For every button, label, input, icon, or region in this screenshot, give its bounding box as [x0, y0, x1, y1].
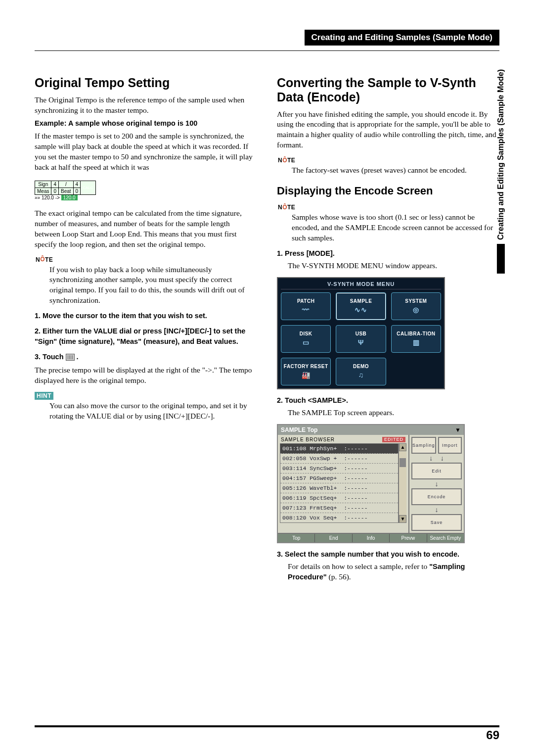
btn-search-empty[interactable]: Search Empty	[427, 534, 464, 542]
sample-top-title: SAMPLE Top	[281, 426, 317, 433]
para: If the master tempo is set to 200 and th…	[35, 131, 257, 173]
para: The Original Tempo is the reference temp…	[35, 95, 257, 116]
btn-encode[interactable]: Encode	[411, 488, 462, 505]
btn-edit[interactable]: Edit	[411, 463, 462, 479]
note-body: Samples whose wave is too short (0.1 sec…	[292, 212, 499, 243]
list-item[interactable]: 004:157 PGSweep+ :------	[280, 473, 398, 483]
sample-icon: ∿∿	[354, 305, 368, 314]
btn-info[interactable]: Info	[353, 534, 390, 542]
edited-badge: EDITED	[382, 437, 405, 442]
page-number: 69	[35, 728, 499, 742]
list-item[interactable]: 005:126 WaveTbl+ :------	[280, 483, 398, 493]
list-item[interactable]: 006:119 SpctSeq+ :------	[280, 493, 398, 503]
step-2-sub: The SAMPLE Top screen appears.	[288, 408, 499, 418]
step-3-select-sample: 3. Select the sample number that you wis…	[277, 549, 499, 560]
hint-body: You can also move the cursor to the orig…	[49, 401, 257, 422]
patch-icon: 〰	[299, 305, 313, 314]
mode-btn-disk[interactable]: DISK▭	[281, 325, 331, 353]
btn-prevw[interactable]: Prevw	[390, 534, 427, 542]
mode-btn-factory-reset[interactable]: FACTORY RESET🏭	[281, 358, 331, 385]
sample-top-figure: SAMPLE Top▼ SAMPLE BROWSER EDITED 001:10…	[277, 424, 465, 543]
para: The precise tempo will be displayed at t…	[35, 365, 257, 386]
heading-original-tempo: Original Tempo Setting	[35, 76, 257, 90]
note-icon: NÔTE	[35, 256, 54, 264]
list-item[interactable]: 001:108 MrphSyn+ :------	[280, 444, 398, 454]
btn-top[interactable]: Top	[278, 534, 315, 542]
step-1-press-mode: 1. Press [MODE].	[277, 248, 499, 259]
list-item[interactable]: 002:058 VoxSwp + :------	[280, 454, 398, 464]
calibration-icon: ▥	[409, 338, 423, 347]
scroll-down-icon[interactable]: ▼	[399, 515, 406, 523]
hint-icon: HINT	[35, 392, 53, 400]
step-1: 1. Move the cursor to the item that you …	[35, 311, 257, 321]
mode-btn-demo[interactable]: DEMO♫	[336, 358, 386, 385]
mode-btn-usb[interactable]: USBΨ	[336, 325, 386, 353]
system-icon: ◎	[409, 305, 423, 314]
menu-down-icon[interactable]: ▼	[455, 426, 461, 433]
section-header: Creating and Editing Samples (Sample Mod…	[305, 30, 500, 46]
mode-btn-patch[interactable]: PATCH〰	[281, 292, 331, 320]
note-body: If you wish to play back a loop while si…	[49, 265, 257, 306]
step-1-sub: The V-SYNTH MODE MENU window appears.	[288, 261, 499, 271]
btn-end[interactable]: End	[315, 534, 352, 542]
heading-display-encode: Displaying the Encode Screen	[277, 185, 499, 197]
btn-sampling[interactable]: Sampling	[411, 437, 436, 454]
rule	[35, 50, 499, 51]
example-heading: Example: A sample whose original tempo i…	[35, 119, 257, 129]
para: After you have finished editing the samp…	[277, 109, 499, 151]
list-item[interactable]: 007:123 FrmtSeq+ :------	[280, 503, 398, 513]
calc-icon: CALC	[81, 181, 95, 194]
note-body: The factory-set waves (preset waves) can…	[292, 165, 499, 176]
step-2-touch-sample: 2. Touch <SAMPLE>.	[277, 395, 499, 406]
list-item[interactable]: 003:114 SyncSwp+ :------	[280, 464, 398, 473]
mode-btn-system[interactable]: SYSTEM◎	[391, 292, 441, 320]
tempo-figure: Sign 4 / 4 CALC Meas 0 Beat 0 »» 120.0 -…	[35, 181, 96, 200]
para: The exact original tempo can be calculat…	[35, 208, 257, 250]
list-item[interactable]: 008:120 Vox Seq+ :------	[280, 513, 398, 522]
note-icon: NÔTE	[277, 156, 296, 164]
note-icon: NÔTE	[277, 203, 296, 211]
usb-icon: Ψ	[354, 338, 368, 347]
factory-icon: 🏭	[299, 371, 313, 379]
btn-save[interactable]: Save	[411, 514, 462, 531]
footer-rule	[35, 725, 499, 727]
arrow-down-icon: ↓	[411, 506, 462, 513]
heading-encode: Converting the Sample to V-Synth Data (E…	[277, 76, 499, 104]
scrollbar[interactable]: ▲ ▼	[399, 443, 406, 523]
arrow-down-icon: ↓ ↓	[411, 455, 462, 462]
browser-label: SAMPLE BROWSER	[281, 437, 335, 442]
mode-btn-sample[interactable]: SAMPLE∿∿	[336, 292, 386, 320]
mode-menu-title: V-SYNTH MODE MENU	[281, 281, 441, 289]
demo-icon: ♫	[354, 371, 368, 379]
mode-btn-calibration[interactable]: CALIBRA-TION▥	[391, 325, 441, 353]
btn-import[interactable]: Import	[438, 437, 462, 454]
step-2: 2. Either turn the VALUE dial or press […	[35, 326, 257, 347]
calc-button-icon	[66, 354, 75, 361]
scroll-up-icon[interactable]: ▲	[399, 443, 406, 451]
mode-menu-figure: V-SYNTH MODE MENU PATCH〰 SAMPLE∿∿ SYSTEM…	[277, 277, 445, 389]
disk-icon: ▭	[299, 338, 313, 347]
step-3-sub: For details on how to select a sample, r…	[288, 562, 499, 582]
step-3: 3. Touch .	[35, 352, 257, 362]
arrow-down-icon: ↓	[411, 480, 462, 487]
side-tab: Creating and Editing Samples (Sample Mod…	[496, 69, 505, 274]
